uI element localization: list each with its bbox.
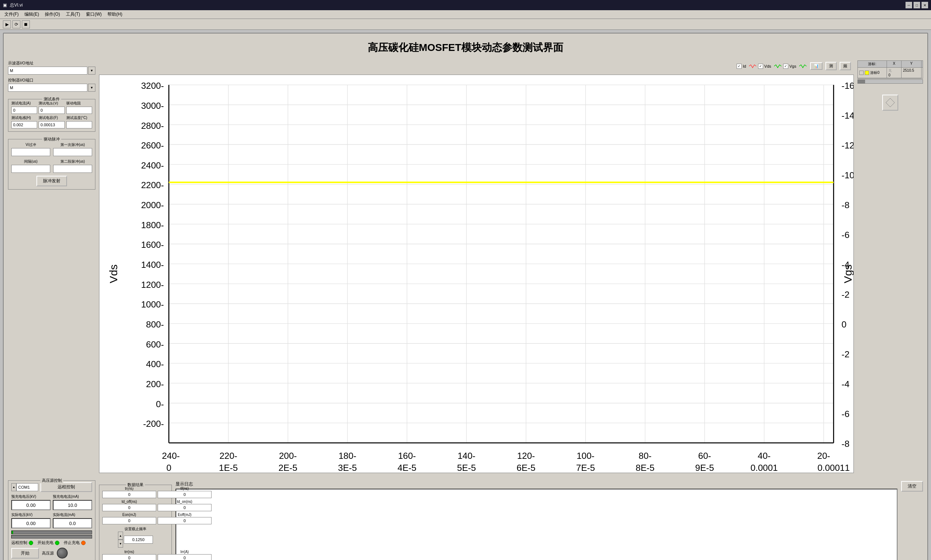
remote-control-button[interactable]: 远程控制 xyxy=(40,482,92,492)
data-input-tr[interactable] xyxy=(102,491,156,498)
freq-label: 设置载止频率 xyxy=(102,526,169,532)
svg-text:200-: 200- xyxy=(146,379,164,389)
test-cell-1: 测试电压(V) xyxy=(39,101,65,114)
test-input-4[interactable] xyxy=(39,121,65,128)
svg-text:-6: -6 xyxy=(842,230,849,240)
cursor-col-x: X xyxy=(887,61,902,67)
data-input-eon[interactable] xyxy=(102,517,156,525)
freq-spin-btns: ▲ ▼ xyxy=(118,532,123,548)
start-button[interactable]: 开始 xyxy=(11,548,39,558)
drive-input-3[interactable] xyxy=(53,165,92,173)
freq-spin-down[interactable]: ▼ xyxy=(118,540,123,548)
test-input-1[interactable] xyxy=(39,107,65,114)
toolbar-stop[interactable]: ⟳ xyxy=(12,20,20,28)
toolbar-run[interactable]: ▶ xyxy=(3,20,11,28)
test-conditions-box: 测试条件 测试电流(A) 测试电压(V) 驱动电阻 测 xyxy=(8,99,96,132)
menu-window[interactable]: 窗口(W) xyxy=(83,11,105,18)
svg-text:2400-: 2400- xyxy=(141,160,164,170)
svg-text:240-: 240- xyxy=(162,451,180,461)
drive-input-2[interactable] xyxy=(11,165,50,173)
svg-text:-10: -10 xyxy=(842,170,854,180)
drive-label-0: Vi过冲 xyxy=(11,142,50,148)
log-panel: 显示日志 xyxy=(176,476,897,560)
svg-text:-4: -4 xyxy=(842,379,849,389)
hv-source-label: 高压源 xyxy=(42,551,54,556)
menu-file[interactable]: 文件(F) xyxy=(2,11,22,18)
dot-charge-start xyxy=(55,541,59,545)
chart-svg: 3200- 3000- 2800- 2600- 2400- 2200- 2000… xyxy=(99,75,854,473)
data-grid: tr(ns) tf(ns) td_off(ns) td_on(ns) xyxy=(102,486,169,525)
oscilloscope-label: 示波器I/O地址 xyxy=(8,60,96,66)
test-input-2[interactable] xyxy=(66,107,92,114)
controller-dropdown[interactable]: ▼ xyxy=(88,84,96,92)
cursor-scrollbar-thumb xyxy=(858,80,865,83)
data-input-tdoff[interactable] xyxy=(102,504,156,511)
title-bar-buttons: ─ □ ✕ xyxy=(905,2,928,8)
com-input[interactable] xyxy=(16,483,38,491)
legend-vgs-label: Vgs xyxy=(789,64,796,68)
data-input-tdon[interactable] xyxy=(158,504,211,511)
svg-text:-8: -8 xyxy=(842,200,849,210)
legend-zoom-btn1[interactable]: 📊 xyxy=(810,62,823,70)
content-area: 示波器I/O地址 ▼ 控制器I/O端口 ▼ 测试条件 xyxy=(8,60,923,473)
data-input-eoff[interactable] xyxy=(158,517,211,525)
data-input-tf[interactable] xyxy=(158,491,211,498)
menu-help[interactable]: 帮助(H) xyxy=(105,11,125,18)
data-input-trr[interactable] xyxy=(102,554,156,560)
legend-zoom-btn2[interactable]: 测 xyxy=(825,62,837,70)
status-remote: 远程控制 xyxy=(11,540,33,545)
pulse-send-button[interactable]: 脉冲发射 xyxy=(36,176,67,186)
hv-actual-i-value: 0.0 xyxy=(53,518,92,528)
test-input-3[interactable] xyxy=(11,121,37,128)
controller-input[interactable] xyxy=(8,84,87,92)
menu-edit[interactable]: 编辑(E) xyxy=(22,11,42,18)
svg-text:1E-5: 1E-5 xyxy=(219,463,238,473)
cursor-col-y: Y xyxy=(902,61,922,67)
data-label-tdoff: td_off(ns) xyxy=(102,500,156,504)
close-button[interactable]: ✕ xyxy=(922,2,928,8)
freq-spin-row: ▲ ▼ xyxy=(102,532,169,548)
oscilloscope-input[interactable] xyxy=(8,66,87,75)
svg-rect-0 xyxy=(99,75,854,473)
data-results-wrapper: 数据结果 tr(ns) tf(ns) td_off(ns) xyxy=(99,480,172,560)
svg-text:Vds: Vds xyxy=(108,265,119,283)
cursor-scrollbar[interactable] xyxy=(857,79,923,84)
svg-text:800-: 800- xyxy=(146,320,164,329)
menu-tools[interactable]: 工具(T) xyxy=(63,11,83,18)
data-input-irr[interactable] xyxy=(158,554,211,560)
com-spin-up[interactable]: ▲ xyxy=(11,483,16,491)
minimize-button[interactable]: ─ xyxy=(905,2,912,8)
svg-text:4E-5: 4E-5 xyxy=(398,463,416,473)
svg-text:80-: 80- xyxy=(639,451,651,461)
cursor-x-value: 0 xyxy=(888,73,900,77)
svg-text:-6: -6 xyxy=(842,409,849,419)
com-row: ▲ 远程控制 xyxy=(11,482,92,492)
toolbar-abort[interactable]: ⏹ xyxy=(22,20,30,28)
action-row: 开始 高压源 xyxy=(11,548,92,558)
toolbar: ▶ ⟳ ⏹ xyxy=(0,19,931,30)
hv-knob[interactable] xyxy=(57,548,68,558)
test-input-0[interactable] xyxy=(11,107,37,114)
diamond-button[interactable] xyxy=(882,95,898,111)
svg-text:20-: 20- xyxy=(817,451,830,461)
test-input-5[interactable] xyxy=(66,121,92,128)
legend-vgs-checkbox[interactable]: ✓ xyxy=(783,64,788,69)
clear-button[interactable]: 清空 xyxy=(901,481,923,492)
svg-text:600-: 600- xyxy=(146,340,164,349)
oscilloscope-dropdown[interactable]: ▼ xyxy=(88,66,96,75)
svg-text:0-: 0- xyxy=(156,399,164,409)
freq-spin-up[interactable]: ▲ xyxy=(118,532,123,540)
menu-operate[interactable]: 操作(O) xyxy=(42,11,63,18)
freq-input[interactable] xyxy=(124,535,153,544)
svg-text:7E-5: 7E-5 xyxy=(576,463,595,473)
legend-zoom-btn3[interactable]: 频 xyxy=(840,62,851,70)
drive-input-1[interactable] xyxy=(53,148,92,156)
cursor-table: 游标: X Y 游标0 无 0 2510.5 xyxy=(857,60,923,78)
cursor-row-0: 游标0 无 0 2510.5 xyxy=(858,68,923,78)
cursor-panel: 游标: X Y 游标0 无 0 2510.5 xyxy=(857,60,923,473)
maximize-button[interactable]: □ xyxy=(914,2,920,8)
legend-id-checkbox[interactable]: ✓ xyxy=(737,64,742,69)
cursor-name-label: 游标0 xyxy=(870,70,880,75)
drive-input-0[interactable] xyxy=(11,148,50,156)
legend-vds-checkbox[interactable]: ✓ xyxy=(758,64,763,69)
